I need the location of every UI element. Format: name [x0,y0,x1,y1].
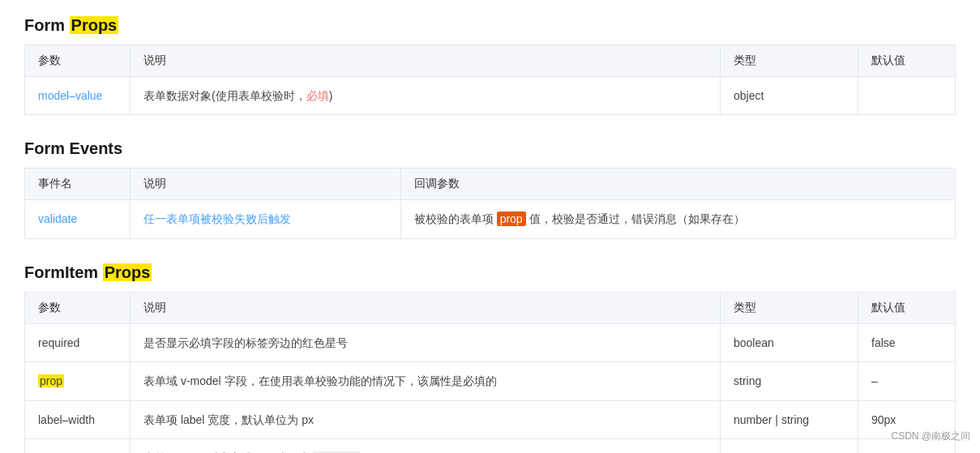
param-cell: label–width [25,400,131,438]
desc-cell: 表单域 v-model 字段，在使用表单校验功能的情况下，该属性是必填的 [131,362,721,400]
col-header-param: 参数 [25,292,131,323]
default-cell: – [858,362,956,400]
col-header-param: 参数 [25,45,131,77]
event-link[interactable]: validate [38,212,77,225]
form-events-title: Form Events [24,139,956,158]
form-props-section: Form Props 参数 说明 类型 默认值 model–value 表单数据… [24,16,956,115]
watermark: CSDN @南极之间 [891,429,970,443]
param-cell: prop [25,362,131,400]
callback-cell: 被校验的表单项 prop 值，校验是否通过，错误消息（如果存在） [400,200,955,238]
prop-highlight-yellow: prop [38,374,64,387]
event-cell: validate [25,200,131,238]
param-cell: required [25,323,131,361]
col-header-callback: 回调参数 [400,169,955,200]
table-row: model–value 表单数据对象(使用表单校验时，必填) object [25,77,956,115]
type-cell: boolean [721,323,858,361]
form-events-table: 事件名 说明 回调参数 validate 任一表单项被校验失败后触发 被校验的表… [24,168,956,238]
col-header-desc: 说明 [131,169,401,200]
table-row: validate 任一表单项被校验失败后触发 被校验的表单项 prop 值，校验… [25,200,956,238]
desc-cell: 任一表单项被校验失败后触发 [131,200,401,238]
col-header-type: 类型 [721,45,858,77]
col-header-type: 类型 [721,292,858,323]
type-cell: object [721,77,858,115]
formitem-props-section: FormItem Props 参数 说明 类型 默认值 required 是否显… [24,263,956,453]
type-cell: string [721,362,858,400]
table-row: required 是否显示必填字段的标签旁边的红色星号 boolean fals… [25,323,956,361]
table-row: prop 表单域 v-model 字段，在使用表单校验功能的情况下，该属性是必填… [25,362,956,400]
desc-cell: 表单项 label 对齐方式，可选值为 center right [131,438,721,453]
desc-cell: 表单数据对象(使用表单校验时，必填) [131,77,721,115]
default-cell: false [858,323,956,361]
formitem-props-title: FormItem Props [24,263,956,282]
param-link[interactable]: model–value [38,89,102,102]
desc-cell: 表单项 label 宽度，默认单位为 px [131,400,721,438]
desc-cell: 是否显示必填字段的标签旁边的红色星号 [131,323,721,361]
col-header-default: 默认值 [858,45,956,77]
form-props-table: 参数 说明 类型 默认值 model–value 表单数据对象(使用表单校验时，… [24,45,956,115]
desc-link[interactable]: 任一表单项被校验失败后触发 [143,212,291,225]
form-props-title: Form Props [24,16,956,35]
type-cell: number | string [721,400,858,438]
prop-highlight: prop [497,212,526,226]
col-header-desc: 说明 [131,45,721,77]
col-header-desc: 说明 [131,292,721,323]
formitem-props-table: 参数 说明 类型 默认值 required 是否显示必填字段的标签旁边的红色星号… [24,292,956,453]
form-events-section: Form Events 事件名 说明 回调参数 validate 任一表单项被校… [24,139,956,238]
col-header-event: 事件名 [25,169,131,200]
table-row: label–align 表单项 label 对齐方式，可选值为 center r… [25,438,956,453]
col-header-default: 默认值 [858,292,956,323]
table-row: label–width 表单项 label 宽度，默认单位为 px number… [25,400,956,438]
param-cell: label–align [25,438,131,453]
param-cell: model–value [25,77,131,115]
default-cell [858,77,956,115]
type-cell: string [721,438,858,453]
